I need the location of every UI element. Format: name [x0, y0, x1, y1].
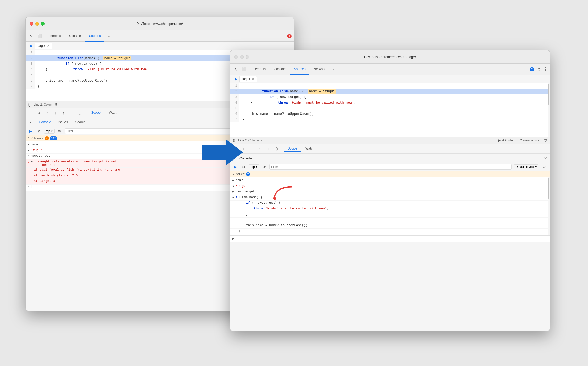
console-row-fn-detail3-front: } [230, 212, 550, 218]
devtools-tabbar-back: ↖ ⬜ Elements Console Sources » 1 [26, 30, 294, 42]
step-out-btn-back[interactable]: ↑ [60, 110, 67, 116]
console-row-fn-detail4-front: this.name = name?.toUpperCase(); [230, 223, 550, 229]
info-badge2-front: 2 [246, 172, 250, 176]
expand-icon-front[interactable]: ▶ [232, 237, 234, 240]
console-content-front: ▶ name ◀ 'fugu' ▶ new.target ◀ f Fish(na… [230, 177, 550, 235]
console-row-name-front: ▶ name [230, 178, 550, 184]
layers-icon-front[interactable]: ⬜ [241, 66, 248, 73]
maximize-button-front[interactable] [246, 55, 249, 59]
run-console-btn-front[interactable]: ▶ [232, 164, 238, 170]
scrollbar-thumb-console-front[interactable] [548, 178, 549, 199]
eye-btn-back[interactable]: 👁 [57, 128, 63, 134]
debug-toolbar-front: ↺ ↕ ↓ ↑ → ⬡ Scope Watch [230, 144, 550, 154]
more-tabs-icon-back[interactable]: » [105, 32, 113, 40]
info-badge-front: 2 [530, 67, 534, 71]
source-tab-target-back[interactable]: target ✕ [35, 43, 52, 49]
eye-btn-front[interactable]: 👁 [261, 164, 267, 170]
target-link2-back[interactable]: target:9:1 [40, 179, 59, 183]
run-icon-back[interactable]: ▶ [28, 42, 35, 49]
cursor-icon-front[interactable]: ↖ [232, 66, 239, 73]
expand-bar-front: ▶ [230, 235, 550, 242]
titlebar-front: DevTools - chrome://new-tab-page/ [230, 50, 550, 64]
step-out-btn-front[interactable]: ↑ [257, 146, 263, 152]
target-link-back[interactable]: target:2:5 [59, 174, 78, 177]
close-button-back[interactable] [30, 22, 33, 26]
debug-tabs-back: Scope Wat... [87, 110, 121, 116]
scope-tab-front[interactable]: Scope [284, 145, 301, 152]
run-icon-front[interactable]: ▶ [232, 75, 239, 83]
console-header-front: ⋮ Console ✕ [230, 154, 550, 163]
code-line-5-front: 5 [230, 106, 550, 111]
run-console-btn-back[interactable]: ▶ [28, 128, 34, 134]
console-row-fn-detail2-front: throw 'Fish() must be called with new'; [230, 206, 550, 212]
watch-tab-back[interactable]: Wat... [105, 110, 121, 116]
gear-icon-front[interactable]: ⚙ [535, 66, 542, 73]
console-title-front: Console [239, 156, 252, 160]
scope-tab-back[interactable]: Scope [87, 110, 105, 116]
code-line-6-front: 6 this.name = name?.toUpperCase(); [230, 111, 550, 117]
step-into-btn-front[interactable]: ↓ [249, 146, 255, 152]
pause-btn-back[interactable]: ⏸ [28, 110, 34, 116]
step-over-btn-back[interactable]: ↕ [44, 110, 50, 116]
console-tab-back[interactable]: Console [36, 119, 54, 125]
titlebar-back: DevTools - www.photopea.com/ [26, 17, 294, 30]
window-title-front: DevTools - chrome://new-tab-page/ [364, 55, 416, 59]
close-button-front[interactable] [234, 55, 238, 59]
console-filter-front[interactable] [269, 164, 512, 170]
search-tab-back[interactable]: Search [72, 119, 89, 125]
console-row-newtarget-front: ▶ new.target [230, 189, 550, 195]
source-tabs-bar-front: ▶ target ✕ [230, 75, 550, 83]
deactivate-btn-front[interactable]: ⬡ [273, 146, 279, 152]
watch-tab-front[interactable]: Watch [301, 145, 319, 152]
run-snippet-icon-front[interactable]: ▶ ⌘+Enter [498, 139, 514, 142]
traffic-lights-back [30, 22, 45, 26]
reload-btn-back[interactable]: ↺ [36, 110, 42, 116]
minimize-button-front[interactable] [240, 55, 244, 59]
source-tab-target-front[interactable]: target ✕ [239, 76, 257, 82]
step-into-btn-back[interactable]: ↓ [52, 110, 58, 116]
scrollbar-thumb-front[interactable] [548, 84, 549, 105]
tab-elements-back[interactable]: Elements [44, 30, 64, 42]
tab-sources-front[interactable]: Sources [290, 64, 309, 75]
close-tab-icon-front[interactable]: ✕ [252, 77, 254, 81]
step-next-btn-back[interactable]: → [69, 110, 75, 116]
filter-icon-front[interactable]: ▽ [544, 138, 547, 142]
block-btn-back[interactable]: ⊘ [36, 128, 42, 134]
code-line-1-front: 1 function Fish(name) { name = "fugu" [230, 83, 550, 89]
block-btn-front[interactable]: ⊘ [241, 164, 247, 170]
maximize-button-back[interactable] [41, 22, 45, 26]
warning-badge-back: 4 [45, 136, 49, 140]
status-bar-front: {} Line 2, Column 5 ▶ ⌘+Enter Coverage: … [230, 137, 550, 144]
top-select-back[interactable]: top ▾ [44, 129, 55, 134]
tab-console-front[interactable]: Console [270, 64, 289, 75]
top-select-front[interactable]: top ▾ [249, 164, 259, 169]
minimize-button-back[interactable] [35, 22, 39, 26]
tab-sources-back[interactable]: Sources [85, 30, 104, 42]
console-close-btn[interactable]: ✕ [544, 156, 547, 161]
status-position-front: Line 2, Column 5 [238, 139, 262, 142]
coverage-text: Coverage: n/a [520, 139, 539, 142]
issues-tab-back[interactable]: Issues [55, 119, 71, 125]
code-line-3-front: 3 throw 'Fish() must be called with new'… [230, 94, 550, 100]
scene: DevTools - www.photopea.com/ ↖ ⬜ Element… [25, 17, 563, 349]
tab-elements-front[interactable]: Elements [249, 64, 269, 75]
layers-icon-back[interactable]: ⬜ [36, 32, 43, 40]
close-tab-icon-back[interactable]: ✕ [47, 44, 49, 48]
step-over-btn-front[interactable]: ↕ [241, 146, 247, 152]
cursor-icon-back[interactable]: ↖ [28, 32, 35, 40]
tab-console-back[interactable]: Console [66, 30, 84, 42]
gear-icon-console-front[interactable]: ⚙ [540, 163, 548, 170]
three-dots-back[interactable]: ⋮ [28, 120, 33, 125]
more-menu-icon-front[interactable]: ⋮ [543, 67, 548, 72]
more-tabs-icon-front[interactable]: » [330, 66, 337, 73]
step-next-btn-front[interactable]: → [265, 146, 271, 152]
debug-tabs-front: Scope Watch [284, 145, 319, 152]
scrollbar-console-front[interactable] [548, 177, 550, 235]
code-editor-front: 1 function Fish(name) { name = "fugu" 2 … [230, 83, 550, 137]
issues-count-bar-front: 2 Issues: 2 [230, 171, 550, 177]
tab-network-front[interactable]: Network [310, 64, 329, 75]
default-levels-front[interactable]: Default levels ▾ [514, 164, 538, 169]
deactivate-btn-back[interactable]: ⬡ [77, 110, 83, 116]
scrollbar-front[interactable] [548, 83, 550, 137]
devtools-window-front: DevTools - chrome://new-tab-page/ ↖ ⬜ El… [230, 50, 550, 331]
